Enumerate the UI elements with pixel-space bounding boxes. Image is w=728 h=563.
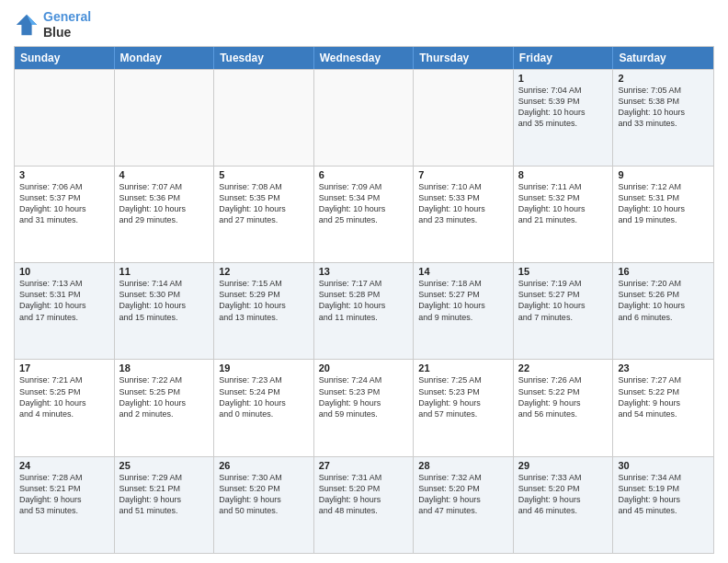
day-info: Sunrise: 7:15 AM Sunset: 5:29 PM Dayligh… <box>219 278 309 323</box>
logo-text: General Blue <box>43 9 91 40</box>
day-info: Sunrise: 7:34 AM Sunset: 5:19 PM Dayligh… <box>618 472 709 517</box>
day-info: Sunrise: 7:07 AM Sunset: 5:36 PM Dayligh… <box>119 181 210 226</box>
cal-cell-r4-c0: 24Sunrise: 7:28 AM Sunset: 5:21 PM Dayli… <box>15 457 115 553</box>
day-number: 17 <box>19 362 109 373</box>
day-info: Sunrise: 7:18 AM Sunset: 5:27 PM Dayligh… <box>418 278 508 323</box>
day-info: Sunrise: 7:26 AM Sunset: 5:22 PM Dayligh… <box>518 374 609 419</box>
day-info: Sunrise: 7:19 AM Sunset: 5:27 PM Dayligh… <box>518 278 609 323</box>
cal-cell-r3-c6: 23Sunrise: 7:27 AM Sunset: 5:22 PM Dayli… <box>613 360 713 455</box>
day-number: 26 <box>219 460 309 471</box>
day-number: 13 <box>319 266 409 277</box>
weekday-header-saturday: Saturday <box>613 47 713 69</box>
weekday-header-friday: Friday <box>514 47 614 69</box>
day-info: Sunrise: 7:24 AM Sunset: 5:23 PM Dayligh… <box>319 374 409 419</box>
weekday-header-wednesday: Wednesday <box>314 47 415 69</box>
cal-cell-r0-c3 <box>314 70 415 166</box>
cal-cell-r3-c2: 19Sunrise: 7:23 AM Sunset: 5:24 PM Dayli… <box>214 360 314 455</box>
calendar-body: 1Sunrise: 7:04 AM Sunset: 5:39 PM Daylig… <box>15 69 713 553</box>
day-number: 14 <box>418 266 508 277</box>
cal-cell-r0-c1 <box>115 70 215 166</box>
day-number: 6 <box>319 169 409 180</box>
cal-cell-r4-c2: 26Sunrise: 7:30 AM Sunset: 5:20 PM Dayli… <box>214 457 314 553</box>
cal-cell-r1-c0: 3Sunrise: 7:06 AM Sunset: 5:37 PM Daylig… <box>15 167 115 262</box>
cal-cell-r4-c3: 27Sunrise: 7:31 AM Sunset: 5:20 PM Dayli… <box>314 457 415 553</box>
calendar-row-3: 17Sunrise: 7:21 AM Sunset: 5:25 PM Dayli… <box>15 359 713 455</box>
calendar-row-4: 24Sunrise: 7:28 AM Sunset: 5:21 PM Dayli… <box>15 456 713 553</box>
cal-cell-r2-c4: 14Sunrise: 7:18 AM Sunset: 5:27 PM Dayli… <box>414 263 514 359</box>
day-number: 22 <box>518 362 609 373</box>
day-number: 15 <box>518 266 609 277</box>
cal-cell-r0-c4 <box>414 70 514 166</box>
cal-cell-r1-c4: 7Sunrise: 7:10 AM Sunset: 5:33 PM Daylig… <box>414 167 514 262</box>
day-info: Sunrise: 7:06 AM Sunset: 5:37 PM Dayligh… <box>19 181 109 226</box>
cal-cell-r0-c6: 2Sunrise: 7:05 AM Sunset: 5:38 PM Daylig… <box>613 70 713 166</box>
cal-cell-r1-c1: 4Sunrise: 7:07 AM Sunset: 5:36 PM Daylig… <box>115 167 215 262</box>
day-number: 8 <box>518 169 609 180</box>
day-number: 23 <box>618 362 709 373</box>
cal-cell-r2-c6: 16Sunrise: 7:20 AM Sunset: 5:26 PM Dayli… <box>613 263 713 359</box>
page-container: General Blue SundayMondayTuesdayWednesda… <box>0 0 728 563</box>
day-info: Sunrise: 7:25 AM Sunset: 5:23 PM Dayligh… <box>418 374 508 419</box>
day-info: Sunrise: 7:04 AM Sunset: 5:39 PM Dayligh… <box>518 85 609 130</box>
logo-icon <box>14 12 40 38</box>
cal-cell-r2-c0: 10Sunrise: 7:13 AM Sunset: 5:31 PM Dayli… <box>15 263 115 359</box>
day-number: 16 <box>618 266 709 277</box>
day-info: Sunrise: 7:09 AM Sunset: 5:34 PM Dayligh… <box>319 181 409 226</box>
cal-cell-r2-c1: 11Sunrise: 7:14 AM Sunset: 5:30 PM Dayli… <box>115 263 215 359</box>
day-info: Sunrise: 7:33 AM Sunset: 5:20 PM Dayligh… <box>518 472 609 517</box>
day-info: Sunrise: 7:32 AM Sunset: 5:20 PM Dayligh… <box>418 472 508 517</box>
day-info: Sunrise: 7:30 AM Sunset: 5:20 PM Dayligh… <box>219 472 309 517</box>
day-info: Sunrise: 7:20 AM Sunset: 5:26 PM Dayligh… <box>618 278 709 323</box>
cal-cell-r3-c0: 17Sunrise: 7:21 AM Sunset: 5:25 PM Dayli… <box>15 360 115 455</box>
cal-cell-r1-c5: 8Sunrise: 7:11 AM Sunset: 5:32 PM Daylig… <box>514 167 614 262</box>
cal-cell-r3-c1: 18Sunrise: 7:22 AM Sunset: 5:25 PM Dayli… <box>115 360 215 455</box>
day-info: Sunrise: 7:13 AM Sunset: 5:31 PM Dayligh… <box>19 278 109 323</box>
cal-cell-r0-c5: 1Sunrise: 7:04 AM Sunset: 5:39 PM Daylig… <box>514 70 614 166</box>
cal-cell-r0-c2 <box>214 70 314 166</box>
weekday-header-sunday: Sunday <box>15 47 115 69</box>
day-info: Sunrise: 7:27 AM Sunset: 5:22 PM Dayligh… <box>618 374 709 419</box>
day-info: Sunrise: 7:29 AM Sunset: 5:21 PM Dayligh… <box>119 472 210 517</box>
calendar-header: SundayMondayTuesdayWednesdayThursdayFrid… <box>15 47 713 69</box>
day-number: 27 <box>319 460 409 471</box>
calendar-row-1: 3Sunrise: 7:06 AM Sunset: 5:37 PM Daylig… <box>15 166 713 262</box>
cal-cell-r2-c2: 12Sunrise: 7:15 AM Sunset: 5:29 PM Dayli… <box>214 263 314 359</box>
day-number: 24 <box>19 460 109 471</box>
cal-cell-r3-c4: 21Sunrise: 7:25 AM Sunset: 5:23 PM Dayli… <box>414 360 514 455</box>
cal-cell-r3-c5: 22Sunrise: 7:26 AM Sunset: 5:22 PM Dayli… <box>514 360 614 455</box>
day-number: 28 <box>418 460 508 471</box>
cal-cell-r4-c6: 30Sunrise: 7:34 AM Sunset: 5:19 PM Dayli… <box>613 457 713 553</box>
day-info: Sunrise: 7:17 AM Sunset: 5:28 PM Dayligh… <box>319 278 409 323</box>
day-number: 19 <box>219 362 309 373</box>
weekday-header-tuesday: Tuesday <box>214 47 314 69</box>
day-number: 11 <box>119 266 210 277</box>
page-header: General Blue <box>14 9 714 40</box>
cal-cell-r1-c2: 5Sunrise: 7:08 AM Sunset: 5:35 PM Daylig… <box>214 167 314 262</box>
cal-cell-r4-c4: 28Sunrise: 7:32 AM Sunset: 5:20 PM Dayli… <box>414 457 514 553</box>
day-info: Sunrise: 7:28 AM Sunset: 5:21 PM Dayligh… <box>19 472 109 517</box>
calendar-row-0: 1Sunrise: 7:04 AM Sunset: 5:39 PM Daylig… <box>15 69 713 166</box>
day-info: Sunrise: 7:05 AM Sunset: 5:38 PM Dayligh… <box>618 85 709 130</box>
day-number: 21 <box>418 362 508 373</box>
day-number: 25 <box>119 460 210 471</box>
cal-cell-r2-c5: 15Sunrise: 7:19 AM Sunset: 5:27 PM Dayli… <box>514 263 614 359</box>
day-number: 10 <box>19 266 109 277</box>
weekday-header-monday: Monday <box>115 47 215 69</box>
calendar-row-2: 10Sunrise: 7:13 AM Sunset: 5:31 PM Dayli… <box>15 262 713 359</box>
logo: General Blue <box>14 9 91 40</box>
day-number: 9 <box>618 169 709 180</box>
cal-cell-r2-c3: 13Sunrise: 7:17 AM Sunset: 5:28 PM Dayli… <box>314 263 415 359</box>
weekday-header-thursday: Thursday <box>414 47 514 69</box>
day-number: 2 <box>618 73 709 84</box>
cal-cell-r1-c6: 9Sunrise: 7:12 AM Sunset: 5:31 PM Daylig… <box>613 167 713 262</box>
cal-cell-r4-c5: 29Sunrise: 7:33 AM Sunset: 5:20 PM Dayli… <box>514 457 614 553</box>
cal-cell-r1-c3: 6Sunrise: 7:09 AM Sunset: 5:34 PM Daylig… <box>314 167 415 262</box>
cal-cell-r3-c3: 20Sunrise: 7:24 AM Sunset: 5:23 PM Dayli… <box>314 360 415 455</box>
calendar: SundayMondayTuesdayWednesdayThursdayFrid… <box>14 46 714 554</box>
day-info: Sunrise: 7:14 AM Sunset: 5:30 PM Dayligh… <box>119 278 210 323</box>
day-number: 7 <box>418 169 508 180</box>
day-number: 29 <box>518 460 609 471</box>
day-info: Sunrise: 7:08 AM Sunset: 5:35 PM Dayligh… <box>219 181 309 226</box>
day-info: Sunrise: 7:11 AM Sunset: 5:32 PM Dayligh… <box>518 181 609 226</box>
cal-cell-r4-c1: 25Sunrise: 7:29 AM Sunset: 5:21 PM Dayli… <box>115 457 215 553</box>
